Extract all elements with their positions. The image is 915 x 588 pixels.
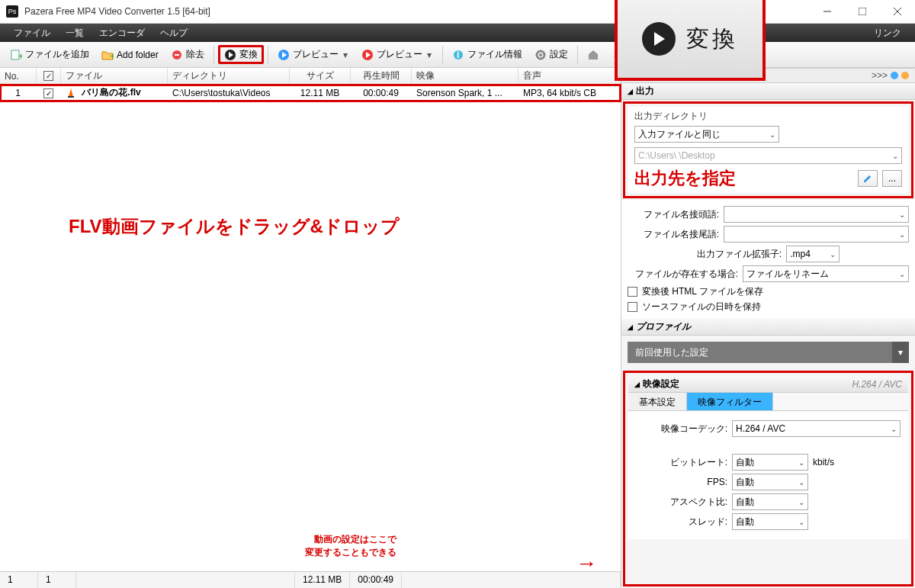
bitrate-label: ビットレート:	[636, 456, 727, 469]
browse-button[interactable]: ...	[882, 170, 902, 187]
status-size: 12.11 MB	[295, 572, 350, 588]
aspect-select[interactable]: 自動⌄	[732, 493, 808, 510]
svg-rect-16	[68, 96, 74, 98]
keep-date-checkbox[interactable]	[628, 302, 637, 312]
preview1-label: プレビュー	[293, 48, 339, 61]
output-highlight-box: 出力ディレクトリ 入力ファイルと同じ⌄ C:\Users\ \Desktop⌄ …	[623, 101, 913, 198]
col-dir[interactable]: ディレクトリ	[168, 68, 290, 84]
profile-section-title[interactable]: ◢プロファイル	[621, 319, 915, 336]
status-duration: 00:00:49	[350, 572, 402, 588]
close-button[interactable]	[880, 0, 915, 24]
add-folder-label: Add folder	[117, 50, 159, 60]
add-folder-button[interactable]: + Add folder	[96, 47, 164, 63]
toolbar-separator	[268, 46, 268, 64]
remove-icon	[171, 49, 183, 61]
save-html-checkbox[interactable]	[628, 287, 637, 297]
tab-filter[interactable]: 映像フィルター	[687, 393, 773, 410]
expand-up-icon[interactable]	[901, 72, 909, 79]
svg-text:+: +	[110, 51, 114, 61]
bitrate-unit: kbit/s	[813, 457, 834, 468]
remove-label: 除去	[186, 48, 204, 61]
file-info-button[interactable]: i ファイル情報	[447, 46, 528, 63]
preview1-button[interactable]: プレビュー ▾	[272, 46, 355, 63]
cell-audio: MP3, 64 kbit/s CB	[518, 86, 621, 100]
exists-select[interactable]: ファイルをリネーム⌄	[743, 265, 909, 282]
status-count1: 1	[0, 572, 38, 588]
convert-button[interactable]: 変換	[218, 45, 264, 64]
cell-dir: C:\Users\tostuka\Videos	[168, 86, 290, 100]
col-dur[interactable]: 再生時間	[351, 68, 412, 84]
col-video[interactable]: 映像	[412, 68, 518, 84]
preview2-button[interactable]: プレビュー ▾	[356, 46, 438, 63]
col-size[interactable]: サイズ	[290, 68, 351, 84]
menu-file[interactable]: ファイル	[6, 27, 58, 40]
add-file-icon: +	[10, 49, 22, 61]
ext-label: 出力ファイル拡張子:	[697, 248, 782, 261]
video-section-title[interactable]: ◢映像設定H.264 / AVC	[628, 376, 908, 393]
expand-down-icon[interactable]	[891, 72, 898, 79]
grid-body[interactable]: 1 ✓ バリ島の花.flv C:\Users\tostuka\Videos 12…	[0, 85, 621, 571]
grid-header: No. ✓ ファイル ディレクトリ サイズ 再生時間 映像 音声	[0, 68, 621, 85]
profile-select[interactable]: 前回使用した設定	[628, 342, 892, 363]
prefix-label: ファイル名接頭語:	[628, 208, 719, 221]
cell-size: 12.11 MB	[290, 86, 351, 100]
minimize-button[interactable]	[810, 0, 845, 24]
file-info-label: ファイル情報	[467, 48, 522, 61]
col-no[interactable]: No.	[0, 68, 37, 84]
convert-icon	[642, 22, 676, 56]
aspect-label: アスペクト比:	[636, 496, 727, 509]
video-settings-highlight-box: ◢映像設定H.264 / AVC 基本設定 映像フィルター 映像コーデック:H.…	[623, 371, 913, 586]
profile-dropdown-button[interactable]: ▾	[892, 342, 909, 363]
cell-no: 1	[0, 86, 37, 100]
suffix-select[interactable]: ⌄	[724, 226, 909, 243]
ext-select[interactable]: .mp4⌄	[786, 246, 840, 262]
annotation-drag: FLV動画ファイルをドラッグ&ドロップ	[69, 214, 400, 239]
convert-icon	[224, 49, 236, 61]
home-button[interactable]	[582, 47, 605, 63]
keep-date-label: ソースファイルの日時を保持	[642, 300, 761, 313]
dropdown-icon[interactable]: ▾	[425, 50, 433, 60]
codec-select[interactable]: H.264 / AVC⌄	[732, 420, 901, 437]
save-html-label: 変換後 HTML ファイルを保存	[642, 285, 763, 298]
home-icon	[587, 49, 599, 61]
out-path-field[interactable]: C:\Users\ \Desktop⌄	[634, 147, 902, 164]
convert-label: 変換	[239, 48, 258, 61]
settings-button[interactable]: 設定	[529, 46, 573, 63]
prefix-select[interactable]: ⌄	[724, 206, 909, 223]
toolbar: + ファイルを追加 + Add folder 除去 変換 プレビュー ▾ プレビ…	[0, 42, 915, 68]
play-icon	[278, 49, 290, 61]
svg-point-15	[539, 53, 542, 56]
remove-button[interactable]: 除去	[165, 46, 210, 63]
dropdown-icon[interactable]: ▾	[342, 50, 349, 60]
status-bar: 1 1 12.11 MB 00:00:49	[0, 571, 621, 588]
cell-check[interactable]: ✓	[37, 86, 61, 100]
add-file-button[interactable]: + ファイルを追加	[5, 46, 95, 63]
col-audio[interactable]: 音声	[518, 68, 621, 84]
fps-select[interactable]: 自動⌄	[732, 474, 808, 490]
status-count2: 1	[38, 572, 76, 588]
maximize-button[interactable]	[845, 0, 880, 24]
menu-help[interactable]: ヘルプ	[152, 27, 195, 40]
menu-encoder[interactable]: エンコーダ	[92, 27, 152, 40]
more-label: >>>	[872, 70, 888, 81]
bitrate-select[interactable]: 自動⌄	[732, 454, 808, 471]
edit-path-button[interactable]	[858, 170, 878, 187]
col-file[interactable]: ファイル	[61, 68, 168, 84]
menu-links[interactable]: リンク	[866, 27, 909, 40]
suffix-label: ファイル名接尾語:	[628, 228, 719, 241]
info-icon: i	[452, 49, 464, 61]
play-icon	[361, 49, 374, 61]
profile-bar: 前回使用した設定 ▾	[628, 342, 909, 363]
tab-basic[interactable]: 基本設定	[628, 393, 687, 410]
output-section-title[interactable]: ◢出力	[621, 83, 915, 100]
app-icon: Ps	[6, 5, 18, 18]
thread-select[interactable]: 自動⌄	[732, 513, 808, 530]
cell-video: Sorenson Spark, 1 ...	[412, 86, 518, 100]
toolbar-separator	[442, 46, 443, 64]
table-row[interactable]: 1 ✓ バリ島の花.flv C:\Users\tostuka\Videos 12…	[0, 85, 621, 101]
thread-label: スレッド:	[636, 516, 727, 529]
menu-list[interactable]: 一覧	[58, 27, 92, 40]
out-dir-select[interactable]: 入力ファイルと同じ⌄	[634, 126, 779, 143]
col-check[interactable]: ✓	[37, 68, 61, 84]
convert-big-button[interactable]: 変換	[618, 0, 762, 78]
